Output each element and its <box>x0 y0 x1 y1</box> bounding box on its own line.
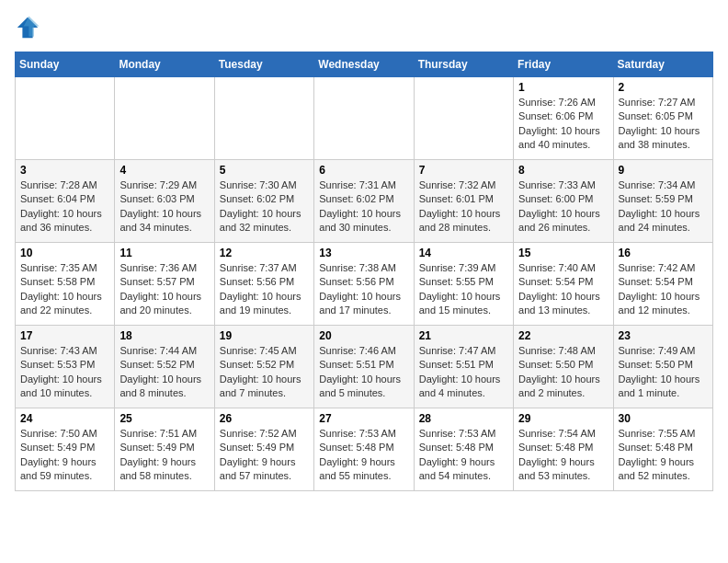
calendar-cell: 10Sunrise: 7:35 AM Sunset: 5:58 PM Dayli… <box>16 243 115 326</box>
day-info: Sunrise: 7:55 AM Sunset: 5:48 PM Dayligh… <box>619 427 708 484</box>
calendar-cell: 21Sunrise: 7:47 AM Sunset: 5:51 PM Dayli… <box>414 326 513 408</box>
calendar-week-row: 1Sunrise: 7:26 AM Sunset: 6:06 PM Daylig… <box>16 77 713 160</box>
day-number: 19 <box>220 329 309 342</box>
calendar-cell <box>314 77 414 160</box>
day-info: Sunrise: 7:50 AM Sunset: 5:49 PM Dayligh… <box>20 427 109 484</box>
calendar-week-row: 3Sunrise: 7:28 AM Sunset: 6:04 PM Daylig… <box>16 160 713 243</box>
day-info: Sunrise: 7:31 AM Sunset: 6:02 PM Dayligh… <box>319 178 408 236</box>
weekday-header: Friday <box>514 52 613 77</box>
day-info: Sunrise: 7:49 AM Sunset: 5:50 PM Dayligh… <box>619 344 708 401</box>
weekday-header: Monday <box>115 52 214 77</box>
day-info: Sunrise: 7:42 AM Sunset: 5:54 PM Dayligh… <box>619 261 708 318</box>
day-number: 8 <box>518 164 608 177</box>
calendar-cell: 29Sunrise: 7:54 AM Sunset: 5:48 PM Dayli… <box>514 408 613 491</box>
calendar-cell: 30Sunrise: 7:55 AM Sunset: 5:48 PM Dayli… <box>613 408 712 491</box>
calendar-cell: 11Sunrise: 7:36 AM Sunset: 5:57 PM Dayli… <box>115 243 214 326</box>
day-info: Sunrise: 7:27 AM Sunset: 6:05 PM Dayligh… <box>619 96 708 153</box>
day-info: Sunrise: 7:37 AM Sunset: 5:56 PM Dayligh… <box>220 261 309 318</box>
day-info: Sunrise: 7:53 AM Sunset: 5:48 PM Dayligh… <box>419 427 508 484</box>
day-number: 3 <box>20 164 109 177</box>
day-info: Sunrise: 7:34 AM Sunset: 5:59 PM Dayligh… <box>619 178 708 236</box>
day-number: 21 <box>419 329 508 342</box>
day-info: Sunrise: 7:30 AM Sunset: 6:02 PM Dayligh… <box>220 178 309 236</box>
calendar-week-row: 10Sunrise: 7:35 AM Sunset: 5:58 PM Dayli… <box>16 243 713 326</box>
day-info: Sunrise: 7:47 AM Sunset: 5:51 PM Dayligh… <box>419 344 508 401</box>
calendar-cell: 12Sunrise: 7:37 AM Sunset: 5:56 PM Dayli… <box>214 243 313 326</box>
day-info: Sunrise: 7:26 AM Sunset: 6:06 PM Dayligh… <box>518 96 608 153</box>
calendar-cell: 1Sunrise: 7:26 AM Sunset: 6:06 PM Daylig… <box>514 77 613 160</box>
calendar-cell: 9Sunrise: 7:34 AM Sunset: 5:59 PM Daylig… <box>613 160 712 243</box>
calendar-cell: 7Sunrise: 7:32 AM Sunset: 6:01 PM Daylig… <box>414 160 513 243</box>
day-number: 5 <box>220 164 309 177</box>
day-number: 12 <box>220 247 309 259</box>
day-info: Sunrise: 7:53 AM Sunset: 5:48 PM Dayligh… <box>319 427 408 484</box>
page-header <box>15 15 713 40</box>
day-number: 15 <box>518 247 608 259</box>
day-info: Sunrise: 7:29 AM Sunset: 6:03 PM Dayligh… <box>119 178 209 236</box>
day-info: Sunrise: 7:48 AM Sunset: 5:50 PM Dayligh… <box>518 344 608 401</box>
calendar-cell: 23Sunrise: 7:49 AM Sunset: 5:50 PM Dayli… <box>613 326 712 408</box>
day-number: 27 <box>319 412 408 425</box>
day-number: 6 <box>319 164 408 177</box>
calendar-cell: 8Sunrise: 7:33 AM Sunset: 6:00 PM Daylig… <box>514 160 613 243</box>
calendar-week-row: 24Sunrise: 7:50 AM Sunset: 5:49 PM Dayli… <box>16 408 713 491</box>
day-number: 29 <box>518 412 608 425</box>
calendar-cell: 3Sunrise: 7:28 AM Sunset: 6:04 PM Daylig… <box>16 160 115 243</box>
day-number: 25 <box>119 412 209 425</box>
day-info: Sunrise: 7:51 AM Sunset: 5:49 PM Dayligh… <box>119 427 209 484</box>
day-info: Sunrise: 7:43 AM Sunset: 5:53 PM Dayligh… <box>20 344 109 401</box>
calendar-week-row: 17Sunrise: 7:43 AM Sunset: 5:53 PM Dayli… <box>16 326 713 408</box>
day-number: 24 <box>20 412 109 425</box>
day-number: 11 <box>119 247 209 259</box>
calendar-cell: 14Sunrise: 7:39 AM Sunset: 5:55 PM Dayli… <box>414 243 513 326</box>
calendar-cell <box>115 77 214 160</box>
day-info: Sunrise: 7:45 AM Sunset: 5:52 PM Dayligh… <box>220 344 309 401</box>
day-number: 30 <box>619 412 708 425</box>
calendar-cell: 15Sunrise: 7:40 AM Sunset: 5:54 PM Dayli… <box>514 243 613 326</box>
calendar-cell: 25Sunrise: 7:51 AM Sunset: 5:49 PM Dayli… <box>115 408 214 491</box>
calendar-cell <box>414 77 513 160</box>
day-number: 14 <box>419 247 508 259</box>
day-info: Sunrise: 7:28 AM Sunset: 6:04 PM Dayligh… <box>20 178 109 236</box>
day-info: Sunrise: 7:38 AM Sunset: 5:56 PM Dayligh… <box>319 261 408 318</box>
weekday-header: Sunday <box>16 52 115 77</box>
day-number: 2 <box>619 81 708 94</box>
day-info: Sunrise: 7:54 AM Sunset: 5:48 PM Dayligh… <box>518 427 608 484</box>
day-number: 18 <box>119 329 209 342</box>
calendar-cell: 5Sunrise: 7:30 AM Sunset: 6:02 PM Daylig… <box>214 160 313 243</box>
weekday-header: Thursday <box>414 52 513 77</box>
calendar-cell <box>16 77 115 160</box>
calendar-header: SundayMondayTuesdayWednesdayThursdayFrid… <box>16 52 713 77</box>
day-info: Sunrise: 7:36 AM Sunset: 5:57 PM Dayligh… <box>119 261 209 318</box>
calendar-cell: 19Sunrise: 7:45 AM Sunset: 5:52 PM Dayli… <box>214 326 313 408</box>
weekday-header: Wednesday <box>314 52 414 77</box>
calendar-cell: 28Sunrise: 7:53 AM Sunset: 5:48 PM Dayli… <box>414 408 513 491</box>
day-number: 13 <box>319 247 408 259</box>
day-info: Sunrise: 7:33 AM Sunset: 6:00 PM Dayligh… <box>518 178 608 236</box>
weekday-header: Saturday <box>613 52 712 77</box>
day-info: Sunrise: 7:39 AM Sunset: 5:55 PM Dayligh… <box>419 261 508 318</box>
day-info: Sunrise: 7:40 AM Sunset: 5:54 PM Dayligh… <box>518 261 608 318</box>
day-info: Sunrise: 7:32 AM Sunset: 6:01 PM Dayligh… <box>419 178 508 236</box>
day-number: 1 <box>518 81 608 94</box>
day-number: 9 <box>619 164 708 177</box>
day-number: 17 <box>20 329 109 342</box>
calendar-cell: 18Sunrise: 7:44 AM Sunset: 5:52 PM Dayli… <box>115 326 214 408</box>
day-number: 20 <box>319 329 408 342</box>
day-number: 4 <box>119 164 209 177</box>
calendar-cell: 4Sunrise: 7:29 AM Sunset: 6:03 PM Daylig… <box>115 160 214 243</box>
day-info: Sunrise: 7:44 AM Sunset: 5:52 PM Dayligh… <box>119 344 209 401</box>
calendar-cell: 20Sunrise: 7:46 AM Sunset: 5:51 PM Dayli… <box>314 326 414 408</box>
calendar-cell: 26Sunrise: 7:52 AM Sunset: 5:49 PM Dayli… <box>214 408 313 491</box>
day-number: 28 <box>419 412 508 425</box>
calendar-cell: 2Sunrise: 7:27 AM Sunset: 6:05 PM Daylig… <box>613 77 712 160</box>
logo <box>15 15 44 40</box>
logo-icon <box>15 15 40 40</box>
calendar-cell: 22Sunrise: 7:48 AM Sunset: 5:50 PM Dayli… <box>514 326 613 408</box>
calendar-cell: 27Sunrise: 7:53 AM Sunset: 5:48 PM Dayli… <box>314 408 414 491</box>
calendar-cell: 24Sunrise: 7:50 AM Sunset: 5:49 PM Dayli… <box>16 408 115 491</box>
calendar-cell: 6Sunrise: 7:31 AM Sunset: 6:02 PM Daylig… <box>314 160 414 243</box>
day-number: 23 <box>619 329 708 342</box>
day-number: 16 <box>619 247 708 259</box>
calendar-cell: 13Sunrise: 7:38 AM Sunset: 5:56 PM Dayli… <box>314 243 414 326</box>
